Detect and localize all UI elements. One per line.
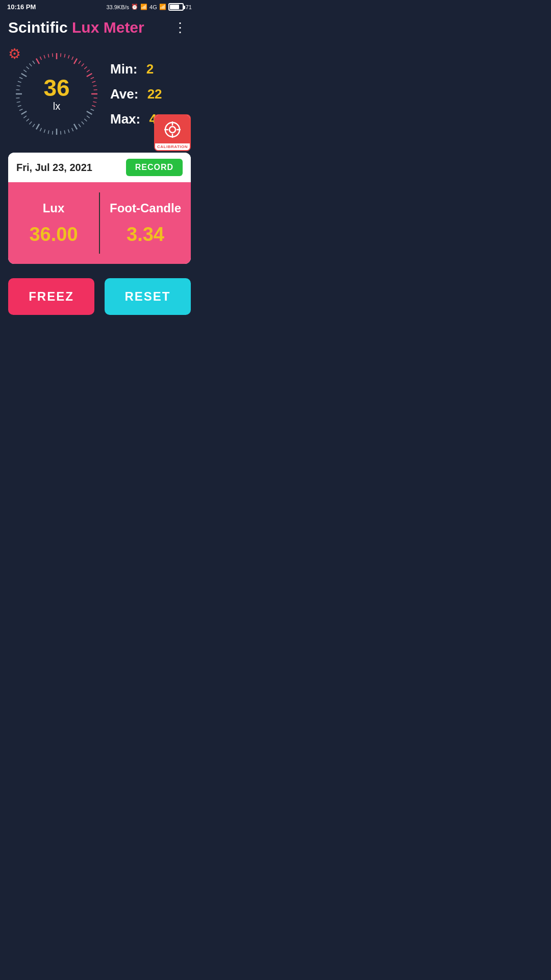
status-bar: 10:16 PM 33.9KB/s ⏰ 📶 4G 📶 71 xyxy=(0,0,199,14)
lux-column: Lux 36.00 xyxy=(8,182,99,264)
title-part2: Lux Meter xyxy=(72,19,144,36)
svg-point-1 xyxy=(169,127,176,133)
signal-icon-2: 📶 xyxy=(159,4,166,10)
crosshair-icon xyxy=(163,120,182,139)
ave-value: 22 xyxy=(147,86,162,102)
settings-icon[interactable]: ⚙ xyxy=(8,45,21,62)
main-section: ⚙ 36 lx Min: 2 Ave: 22 Max: 43 xyxy=(0,40,199,153)
status-time: 10:16 PM xyxy=(7,3,36,11)
action-buttons: FREEZ RESET xyxy=(0,264,199,323)
panel-header: Fri, Jul 23, 2021 RECORD xyxy=(8,153,191,182)
min-value: 2 xyxy=(146,61,154,77)
footcandle-value: 3.34 xyxy=(127,224,164,246)
network-type: 4G xyxy=(149,4,157,10)
app-title: Scintific Lux Meter xyxy=(8,19,144,36)
panel-date: Fri, Jul 23, 2021 xyxy=(16,162,92,174)
gauge-center: 36 lx xyxy=(43,76,69,112)
app-header: Scintific Lux Meter ⋮ xyxy=(0,14,199,40)
clock-icon: ⏰ xyxy=(131,4,138,10)
footcandle-label: Foot-Candle xyxy=(110,201,181,215)
min-label: Min: xyxy=(110,61,137,77)
menu-button[interactable]: ⋮ xyxy=(169,19,191,36)
calibration-button[interactable]: CALIBRATION xyxy=(154,114,191,151)
gauge-container: ⚙ 36 lx xyxy=(8,45,105,142)
footcandle-column: Foot-Candle 3.34 xyxy=(100,182,191,264)
gauge-value: 36 xyxy=(43,76,69,100)
battery-level: 71 xyxy=(186,4,192,10)
measurements-panel: Fri, Jul 23, 2021 RECORD Lux 36.00 Foot-… xyxy=(8,153,191,264)
title-part1: Scintific xyxy=(8,19,72,36)
signal-icon: 📶 xyxy=(140,4,147,10)
panel-body: Lux 36.00 Foot-Candle 3.34 xyxy=(8,182,191,264)
battery-icon xyxy=(168,3,184,11)
reset-button[interactable]: RESET xyxy=(105,278,191,315)
status-icons: 33.9KB/s ⏰ 📶 4G 📶 71 xyxy=(106,3,192,11)
max-label: Max: xyxy=(110,111,140,127)
freez-button[interactable]: FREEZ xyxy=(8,278,94,315)
network-speed: 33.9KB/s xyxy=(106,4,129,10)
ave-label: Ave: xyxy=(110,86,138,102)
lux-label: Lux xyxy=(43,201,65,215)
calibration-label: CALIBRATION xyxy=(155,143,190,150)
stat-ave: Ave: 22 xyxy=(110,86,162,102)
stat-min: Min: 2 xyxy=(110,61,154,77)
lux-value: 36.00 xyxy=(29,224,78,246)
gauge-unit: lx xyxy=(43,101,69,112)
record-button[interactable]: RECORD xyxy=(126,159,183,176)
calibration-icon-area xyxy=(155,115,190,143)
